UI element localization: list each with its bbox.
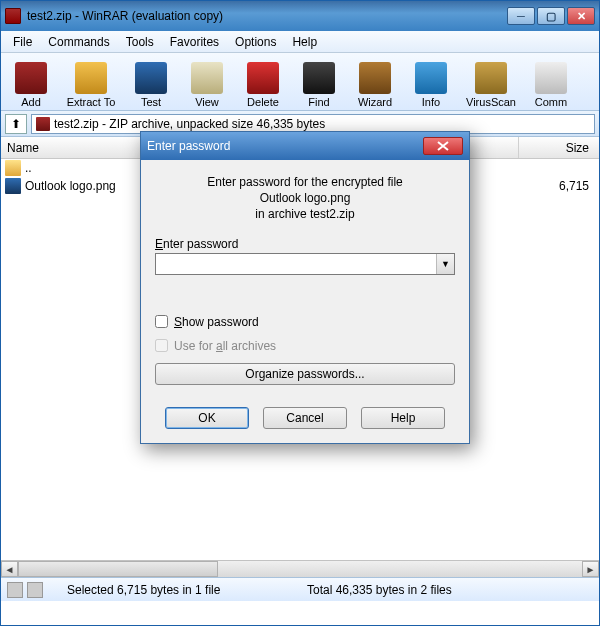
info-icon <box>415 62 447 94</box>
dialog-prompt: Enter password for the encrypted file Ou… <box>155 174 455 223</box>
tool-comment[interactable]: Comm <box>523 62 579 110</box>
tool-wizard[interactable]: Wizard <box>347 62 403 110</box>
app-icon <box>5 8 21 24</box>
tool-virusscan[interactable]: VirusScan <box>459 62 523 110</box>
scroll-track[interactable] <box>218 561 582 577</box>
ok-button[interactable]: OK <box>165 407 249 429</box>
path-text: test2.zip - ZIP archive, unpacked size 4… <box>54 117 325 131</box>
archive-icon <box>15 62 47 94</box>
scroll-thumb[interactable] <box>18 561 218 577</box>
password-field[interactable]: ▼ <box>155 253 455 275</box>
menu-options[interactable]: Options <box>227 33 284 51</box>
ledger-icon <box>135 62 167 94</box>
password-dialog: Enter password Enter password for the en… <box>140 131 470 444</box>
note-icon <box>535 62 567 94</box>
menu-help[interactable]: Help <box>284 33 325 51</box>
help-button[interactable]: Help <box>361 407 445 429</box>
binoculars-icon <box>303 62 335 94</box>
password-input[interactable] <box>156 254 436 274</box>
window-title: test2.zip - WinRAR (evaluation copy) <box>27 9 507 23</box>
dialog-titlebar[interactable]: Enter password <box>141 132 469 160</box>
folder-open-icon <box>75 62 107 94</box>
menu-favorites[interactable]: Favorites <box>162 33 227 51</box>
menu-file[interactable]: File <box>5 33 40 51</box>
toolbar: Add Extract To Test View Delete Find Wiz… <box>1 53 599 111</box>
cancel-button[interactable]: Cancel <box>263 407 347 429</box>
tool-view[interactable]: View <box>179 62 235 110</box>
show-password-label: Show password <box>174 315 259 329</box>
password-dropdown-button[interactable]: ▼ <box>436 254 454 274</box>
close-button[interactable]: ✕ <box>567 7 595 25</box>
up-button[interactable]: ⬆ <box>5 114 27 134</box>
tool-info[interactable]: Info <box>403 62 459 110</box>
minimize-button[interactable]: ─ <box>507 7 535 25</box>
menu-bar: File Commands Tools Favorites Options He… <box>1 31 599 53</box>
status-icons <box>7 582 67 598</box>
password-label: Enter password <box>155 237 455 251</box>
titlebar[interactable]: test2.zip - WinRAR (evaluation copy) ─ ▢… <box>1 1 599 31</box>
status-selected: Selected 6,715 bytes in 1 file <box>67 583 267 597</box>
tool-add[interactable]: Add <box>3 62 59 110</box>
scroll-icon <box>191 62 223 94</box>
show-password-checkbox[interactable]: Show password <box>155 315 455 329</box>
use-all-archives-input <box>155 339 168 352</box>
maximize-button[interactable]: ▢ <box>537 7 565 25</box>
show-password-input[interactable] <box>155 315 168 328</box>
use-all-archives-label: Use for all archives <box>174 339 276 353</box>
menu-tools[interactable]: Tools <box>118 33 162 51</box>
horizontal-scrollbar[interactable]: ◄ ► <box>1 560 599 577</box>
dialog-close-button[interactable] <box>423 137 463 155</box>
main-window: test2.zip - WinRAR (evaluation copy) ─ ▢… <box>0 0 600 626</box>
tool-test[interactable]: Test <box>123 62 179 110</box>
delete-icon <box>247 62 279 94</box>
status-bar: Selected 6,715 bytes in 1 file Total 46,… <box>1 577 599 601</box>
folder-up-icon <box>5 160 21 176</box>
organize-passwords-button[interactable]: Organize passwords... <box>155 363 455 385</box>
tool-delete[interactable]: Delete <box>235 62 291 110</box>
tool-extract[interactable]: Extract To <box>59 62 123 110</box>
close-icon <box>437 141 449 151</box>
disk-icon <box>7 582 23 598</box>
bug-icon <box>475 62 507 94</box>
key-icon <box>27 582 43 598</box>
status-total: Total 46,335 bytes in 2 files <box>267 583 593 597</box>
use-all-archives-checkbox: Use for all archives <box>155 339 455 353</box>
scroll-left-arrow-icon[interactable]: ◄ <box>1 561 18 577</box>
tool-find[interactable]: Find <box>291 62 347 110</box>
hat-icon <box>359 62 391 94</box>
scroll-right-arrow-icon[interactable]: ► <box>582 561 599 577</box>
column-size[interactable]: Size <box>519 137 599 158</box>
archive-small-icon <box>36 117 50 131</box>
menu-commands[interactable]: Commands <box>40 33 117 51</box>
dialog-title: Enter password <box>147 139 423 153</box>
image-file-icon <box>5 178 21 194</box>
